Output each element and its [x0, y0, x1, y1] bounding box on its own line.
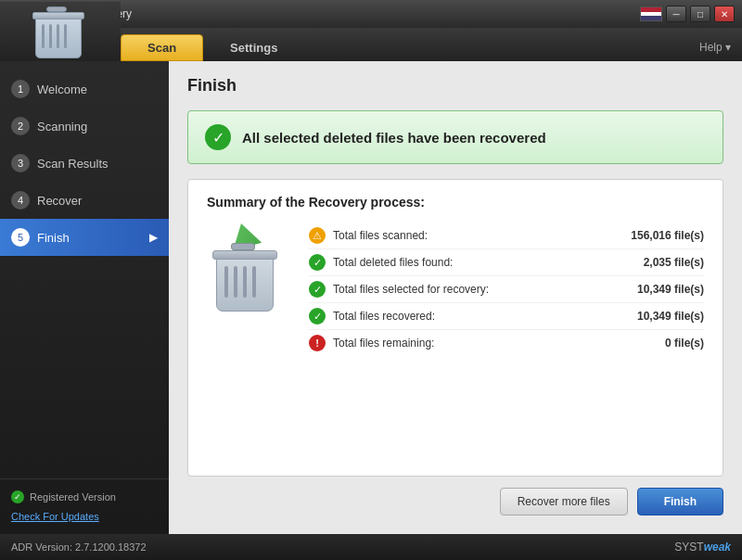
step-number-1: 1: [11, 80, 30, 98]
success-icon-recovered: ✓: [309, 308, 326, 325]
sidebar-item-scan-results[interactable]: 3 Scan Results: [0, 145, 169, 182]
content-area: Finish ✓ All selected deleted files have…: [169, 61, 742, 534]
step-number-2: 2: [11, 117, 30, 135]
table-row: ✓ Total deleted files found: 2,035 file(…: [309, 249, 704, 276]
close-button[interactable]: ✕: [714, 6, 735, 22]
arrow-right-icon: ▶: [149, 231, 158, 244]
row-label-scanned: Total files scanned:: [333, 229, 604, 242]
sidebar: 1 Welcome 2 Scanning 3 Scan Results 4 Re…: [0, 61, 169, 534]
minimize-button[interactable]: ─: [666, 6, 686, 22]
registered-label: Registered Version: [30, 491, 116, 503]
success-message: All selected deleted files have been rec…: [242, 130, 546, 146]
brand-highlight: weak: [704, 541, 731, 554]
finish-button[interactable]: Finish: [637, 488, 723, 515]
registered-check-icon: ✓: [11, 490, 24, 503]
version-label: ADR Version: 2.7.1200.18372: [11, 541, 147, 553]
sidebar-item-scanning[interactable]: 2 Scanning: [0, 108, 169, 145]
summary-box: Summary of the Recovery process:: [187, 179, 723, 477]
sidebar-label-scan-results: Scan Results: [37, 157, 109, 171]
flag-icon: [640, 6, 662, 21]
summary-title: Summary of the Recovery process:: [207, 195, 704, 210]
table-row: ✓ Total files selected for recovery: 10,…: [309, 276, 704, 303]
summary-rows: ⚠ Total files scanned: 156,016 file(s) ✓…: [309, 223, 704, 356]
tab-scan[interactable]: Scan: [121, 34, 203, 61]
recover-more-button[interactable]: Recover more files: [500, 488, 628, 515]
success-check-icon: ✓: [205, 124, 231, 150]
check-updates-link[interactable]: Check For Updates: [11, 511, 99, 522]
registered-row: ✓ Registered Version: [11, 490, 158, 503]
tab-settings[interactable]: Settings: [203, 34, 304, 61]
table-row: ! Total files remaining: 0 file(s): [309, 330, 704, 356]
sidebar-item-recover[interactable]: 4 Recover: [0, 182, 169, 219]
bottom-bar: ADR Version: 2.7.1200.18372 SYSTweak: [0, 534, 742, 560]
sidebar-label-welcome: Welcome: [37, 83, 87, 96]
sidebar-label-recover: Recover: [37, 194, 82, 208]
summary-content: ⚠ Total files scanned: 156,016 file(s) ✓…: [207, 223, 704, 356]
step-number-4: 4: [11, 191, 30, 210]
row-label-selected: Total files selected for recovery:: [333, 283, 604, 296]
recovery-illustration: [207, 223, 290, 315]
sidebar-label-finish: Finish: [37, 231, 70, 245]
step-number-3: 3: [11, 154, 30, 172]
sidebar-item-welcome[interactable]: 1 Welcome: [0, 70, 169, 108]
error-icon-remaining: !: [309, 335, 326, 351]
row-label-remaining: Total files remaining:: [333, 337, 604, 350]
help-link[interactable]: Help ▾: [699, 41, 731, 54]
brand-logo: SYSTweak: [674, 541, 731, 554]
row-value-recovered: 10,349 file(s): [611, 310, 704, 323]
action-buttons: Recover more files Finish: [187, 477, 723, 519]
row-label-recovered: Total files recovered:: [333, 310, 604, 323]
step-number-5: 5: [11, 228, 30, 247]
success-banner: ✓ All selected deleted files have been r…: [187, 110, 723, 164]
sidebar-footer: ✓ Registered Version Check For Updates: [0, 478, 169, 534]
row-value-found: 2,035 file(s): [611, 256, 704, 269]
row-value-scanned: 156,016 file(s): [611, 229, 704, 242]
row-value-selected: 10,349 file(s): [611, 283, 704, 296]
table-row: ⚠ Total files scanned: 156,016 file(s): [309, 223, 704, 249]
row-value-remaining: 0 file(s): [611, 337, 704, 350]
warning-icon: ⚠: [309, 227, 326, 244]
success-icon-found: ✓: [309, 254, 326, 271]
table-row: ✓ Total files recovered: 10,349 file(s): [309, 303, 704, 330]
tab-bar: Scan Settings Help ▾: [0, 28, 742, 61]
sidebar-item-finish[interactable]: 5 Finish ▶: [0, 219, 169, 256]
sidebar-label-scanning: Scanning: [37, 120, 87, 134]
page-title: Finish: [187, 76, 723, 95]
maximize-button[interactable]: □: [690, 6, 710, 22]
row-label-found: Total deleted files found:: [333, 256, 604, 269]
success-icon-selected: ✓: [309, 281, 326, 298]
main-layout: 1 Welcome 2 Scanning 3 Scan Results 4 Re…: [0, 61, 742, 534]
